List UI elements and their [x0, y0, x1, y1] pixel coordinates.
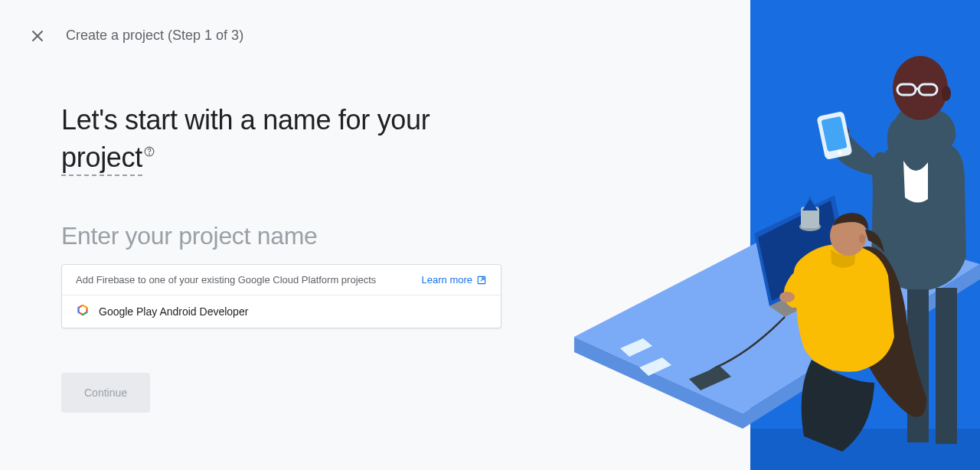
page-heading: Let's start with a name for your project: [61, 102, 505, 176]
svg-point-34: [859, 234, 865, 243]
svg-rect-18: [801, 207, 819, 228]
illustration-panel: [750, 0, 980, 470]
header: Create a project (Step 1 of 3): [0, 0, 750, 71]
svg-marker-11: [754, 195, 850, 306]
dropdown-header: Add Firebase to one of your existing Goo…: [62, 265, 501, 295]
svg-rect-28: [822, 116, 848, 152]
svg-marker-13: [769, 268, 865, 317]
svg-marker-12: [758, 201, 844, 301]
continue-button[interactable]: Continue: [61, 373, 150, 413]
heading-underlined: project: [61, 142, 142, 176]
svg-marker-19: [804, 195, 816, 208]
learn-more-link[interactable]: Learn more: [422, 274, 487, 286]
learn-more-label: Learn more: [422, 274, 472, 286]
gcp-icon: [74, 303, 91, 320]
project-name-input[interactable]: Enter your project name: [61, 222, 505, 250]
close-icon[interactable]: [31, 29, 44, 43]
content-wrapper: Let's start with a name for your project…: [0, 71, 567, 413]
svg-rect-5: [750, 0, 980, 470]
svg-rect-27: [816, 111, 852, 160]
gcp-project-item[interactable]: Google Play Android Developer: [62, 295, 501, 328]
gcp-projects-dropdown: Add Firebase to one of your existing Goo…: [61, 264, 501, 328]
svg-point-21: [893, 56, 948, 120]
project-name-input-wrapper: Enter your project name Add Firebase to …: [61, 222, 505, 328]
svg-point-22: [942, 86, 951, 101]
svg-point-29: [837, 150, 842, 155]
svg-point-17: [799, 222, 821, 231]
svg-point-33: [830, 216, 867, 256]
dropdown-header-text: Add Firebase to one of your existing Goo…: [76, 274, 376, 286]
svg-rect-6: [750, 0, 980, 470]
svg-rect-7: [750, 429, 980, 470]
svg-rect-23: [897, 84, 916, 95]
heading-prefix: Let's start with a name for your: [61, 104, 430, 135]
svg-rect-24: [919, 84, 937, 95]
external-link-icon: [476, 275, 487, 286]
svg-rect-30: [907, 289, 929, 442]
main-content-area: Create a project (Step 1 of 3) Let's sta…: [0, 0, 750, 470]
svg-marker-20: [802, 199, 818, 211]
header-title: Create a project (Step 1 of 3): [66, 28, 243, 44]
svg-point-26: [832, 125, 849, 139]
help-icon[interactable]: [144, 145, 155, 162]
svg-rect-31: [936, 288, 957, 444]
svg-marker-10: [743, 264, 980, 429]
gcp-project-label: Google Play Android Developer: [99, 305, 248, 318]
svg-point-3: [149, 153, 149, 154]
svg-point-32: [779, 292, 795, 302]
